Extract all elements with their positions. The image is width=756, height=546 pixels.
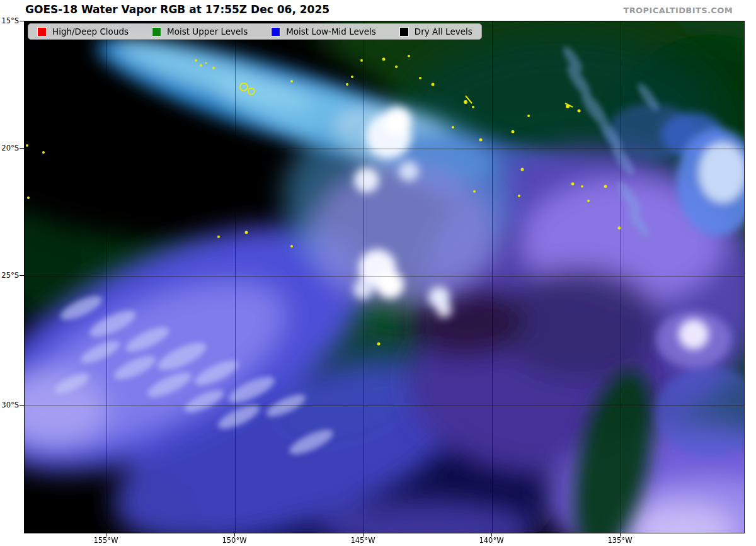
legend-item-moist-lowmid: Moist Low-Mid Levels: [271, 26, 376, 37]
legend-label: Dry All Levels: [415, 26, 472, 37]
lat-label-20s: 20°S: [0, 143, 19, 153]
legend-item-dry: Dry All Levels: [399, 26, 472, 37]
legend-swatch-green: [152, 27, 161, 37]
legend-swatch-red: [37, 27, 47, 37]
lat-label-25s: 25°S: [0, 270, 19, 280]
lat-label-15s: 15°S: [0, 16, 19, 26]
lat-tick: [20, 21, 24, 21]
legend-label: Moist Low-Mid Levels: [286, 26, 376, 37]
lat-tick: [20, 405, 24, 406]
lon-label-150w: 150°W: [215, 536, 253, 545]
satellite-imagery: [25, 21, 744, 533]
legend-label: High/Deep Clouds: [52, 26, 129, 37]
legend: High/Deep Clouds Moist Upper Levels Mois…: [28, 23, 482, 40]
legend-swatch-blue: [271, 27, 280, 37]
legend-item-high-deep-clouds: High/Deep Clouds: [37, 26, 129, 37]
lat-tick: [20, 148, 24, 149]
page-title: GOES-18 Water Vapor RGB at 17:55Z Dec 06…: [25, 3, 329, 16]
watermark: TROPICALTIDBITS.COM: [623, 6, 733, 15]
legend-swatch-black: [399, 27, 409, 37]
lat-tick: [20, 275, 24, 276]
lon-label-135w: 135°W: [601, 536, 639, 545]
lat-label-30s: 30°S: [0, 400, 19, 410]
legend-label: Moist Upper Levels: [167, 26, 248, 37]
lon-label-145w: 145°W: [344, 536, 382, 545]
satellite-map: [24, 21, 745, 533]
lon-label-155w: 155°W: [87, 536, 125, 545]
legend-item-moist-upper: Moist Upper Levels: [152, 26, 248, 37]
page: GOES-18 Water Vapor RGB at 17:55Z Dec 06…: [0, 0, 756, 546]
lon-label-140w: 140°W: [472, 536, 510, 545]
